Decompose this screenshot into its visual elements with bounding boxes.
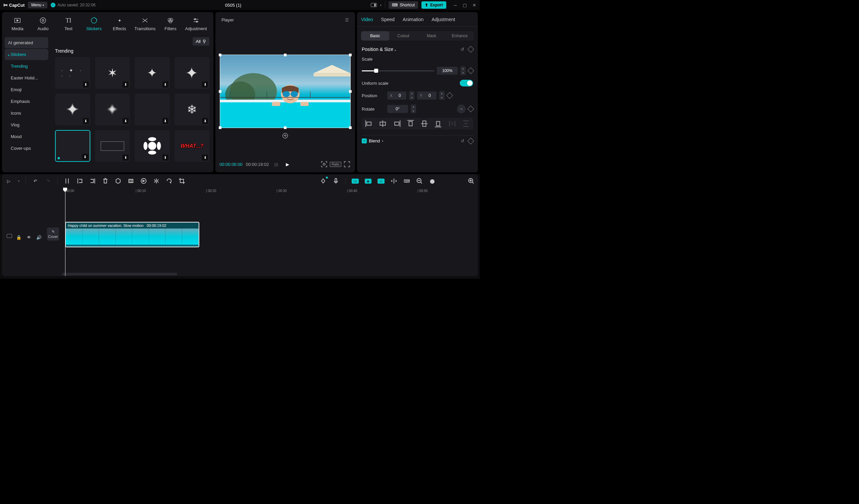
crop-tool[interactable] <box>179 178 185 184</box>
download-icon[interactable]: ⬇ <box>202 81 208 88</box>
resize-handle[interactable] <box>284 126 287 129</box>
download-icon[interactable]: ⬇ <box>162 81 168 88</box>
sticker-item[interactable]: ✦⬇ <box>175 57 210 89</box>
resize-handle[interactable] <box>219 53 222 56</box>
align-right[interactable] <box>391 119 403 128</box>
scale-slider[interactable] <box>362 70 434 72</box>
sidebar-sub-mood[interactable]: Mood <box>5 131 48 142</box>
keyframe-icon[interactable] <box>467 106 474 112</box>
menu-button[interactable]: Menu ▾ <box>28 2 47 9</box>
y-spinner[interactable]: ▲▼ <box>439 91 444 100</box>
reverse-button[interactable] <box>140 178 147 184</box>
snap-button[interactable] <box>320 178 327 184</box>
eye-icon[interactable]: 👁 <box>26 234 32 241</box>
undo-button[interactable]: ↶ <box>32 178 39 184</box>
download-icon[interactable]: ⬇ <box>162 118 168 124</box>
keyframe-icon[interactable] <box>467 46 474 52</box>
sidebar-sub-trending[interactable]: Trending <box>5 61 48 72</box>
download-icon[interactable]: ⬇ <box>122 81 129 88</box>
resize-handle[interactable] <box>284 53 287 56</box>
subtab-mask[interactable]: Mask <box>418 31 446 41</box>
scale-spinner[interactable]: ▲▼ <box>461 66 466 75</box>
sticker-item[interactable]: ✦⬇ <box>95 94 130 125</box>
keyboard-button[interactable]: ⌨ <box>403 178 410 184</box>
sticker-item[interactable]: ❄⬇ <box>175 94 210 125</box>
distribute-h[interactable] <box>446 119 458 128</box>
props-tab-speed[interactable]: Speed <box>381 17 395 26</box>
sticker-item[interactable]: ✶⬇ <box>95 57 130 89</box>
position-y-input[interactable]: Y0 <box>417 92 436 99</box>
sticker-item[interactable]: · ✦ ·· ·⬇ <box>55 57 90 89</box>
focus-icon[interactable] <box>320 160 328 168</box>
download-icon[interactable]: ⬇ <box>162 155 168 160</box>
sticker-item[interactable]: ·⬇ <box>135 94 170 125</box>
download-icon[interactable]: ⬇ <box>122 118 129 124</box>
redo-button[interactable]: ↷ <box>45 178 51 184</box>
subtab-basic[interactable]: Basic <box>361 31 389 41</box>
track-toggle-3[interactable]: ▭ <box>377 178 385 184</box>
align-vcenter[interactable] <box>419 119 430 128</box>
align-playhead[interactable] <box>391 178 397 184</box>
chevron-down-icon[interactable]: ▾ <box>382 139 383 143</box>
subtab-enhance[interactable]: Enhance <box>446 31 474 41</box>
video-clip[interactable]: Happy child on summer vacation. Slow mot… <box>65 222 199 247</box>
rotate-handle[interactable]: ⟲ <box>283 133 288 138</box>
keyframe-icon[interactable] <box>467 67 474 74</box>
sidebar-sub-vlog[interactable]: Vlog <box>5 119 48 130</box>
position-x-input[interactable]: X0 <box>387 92 406 99</box>
download-icon[interactable]: ⬇ <box>83 118 89 124</box>
chevron-down-icon[interactable]: ▾ <box>380 4 381 7</box>
download-icon[interactable]: ⬇ <box>202 118 208 124</box>
sticker-item[interactable]: WHAT...?⬇ <box>175 130 210 162</box>
trim-right-button[interactable] <box>89 178 96 184</box>
sidebar-sub-emoji[interactable]: Emoji <box>5 84 48 95</box>
player-menu-icon[interactable]: ☰ <box>345 17 349 22</box>
blend-checkbox[interactable]: ✓ <box>362 138 367 143</box>
rotate-spinner[interactable]: ▲▼ <box>411 105 416 113</box>
scrollbar-thumb[interactable] <box>62 273 177 275</box>
rotate-dial[interactable]: − <box>457 105 466 113</box>
resize-handle[interactable] <box>349 90 352 93</box>
tab-transitions[interactable]: Transitions <box>132 15 158 34</box>
tab-filters[interactable]: Filters <box>158 15 183 34</box>
minimize-button[interactable]: ─ <box>453 3 458 7</box>
resize-handle[interactable] <box>219 90 222 93</box>
sticker-item[interactable]: ✦⬇ <box>55 94 90 125</box>
timeline-tracks[interactable]: 00:00 | 00:10 | 00:20 | 00:30 | 00:40 | … <box>62 188 478 276</box>
sticker-item[interactable]: ⬇ <box>135 130 170 162</box>
tab-stickers[interactable]: Stickers <box>81 15 107 34</box>
tab-adjustment[interactable]: Adjustment <box>183 15 209 34</box>
distribute-v[interactable] <box>460 119 472 128</box>
timeline-scrollbar[interactable] <box>62 273 474 275</box>
download-icon[interactable]: ⬇ <box>122 155 129 160</box>
keyframe-icon[interactable] <box>446 92 453 99</box>
fullscreen-icon[interactable] <box>343 160 351 168</box>
delete-button[interactable] <box>102 178 109 184</box>
selection-tool[interactable]: ▷ <box>5 178 12 184</box>
sidebar-sub-coverups[interactable]: Cover-ups <box>5 143 48 154</box>
video-frame[interactable]: ⟲ <box>220 54 351 128</box>
sticker-item[interactable]: ⬇ <box>95 130 130 162</box>
layout-icon[interactable] <box>371 3 377 7</box>
tab-text[interactable]: TIText <box>56 15 81 34</box>
uniform-toggle[interactable] <box>460 80 473 86</box>
crop-button[interactable] <box>127 178 134 184</box>
sidebar-sub-icons[interactable]: Icons <box>5 108 48 119</box>
sticker-item-selected[interactable]: ⬇ <box>55 130 90 162</box>
close-button[interactable]: ✕ <box>472 3 477 7</box>
sidebar-sub-emphasis[interactable]: Emphasis <box>5 96 48 107</box>
rotate-input[interactable]: 0° <box>387 105 408 113</box>
maximize-button[interactable]: ▢ <box>462 3 467 7</box>
filter-all-button[interactable]: All ⚲ <box>193 37 209 46</box>
sticker-item[interactable]: ✦⬇ <box>135 57 170 89</box>
align-hcenter[interactable] <box>377 119 389 128</box>
sidebar-item-ai[interactable]: AI generated <box>5 37 48 48</box>
zoom-slider-handle[interactable]: ⬤ <box>429 178 436 184</box>
align-top[interactable] <box>405 119 417 128</box>
download-icon[interactable]: ⬇ <box>83 81 89 88</box>
resize-handle[interactable] <box>349 53 352 56</box>
resize-handle[interactable] <box>349 126 352 129</box>
trim-left-button[interactable] <box>76 178 83 184</box>
chevron-up-icon[interactable]: ▴ <box>395 48 396 52</box>
props-tab-video[interactable]: Video <box>361 17 373 26</box>
